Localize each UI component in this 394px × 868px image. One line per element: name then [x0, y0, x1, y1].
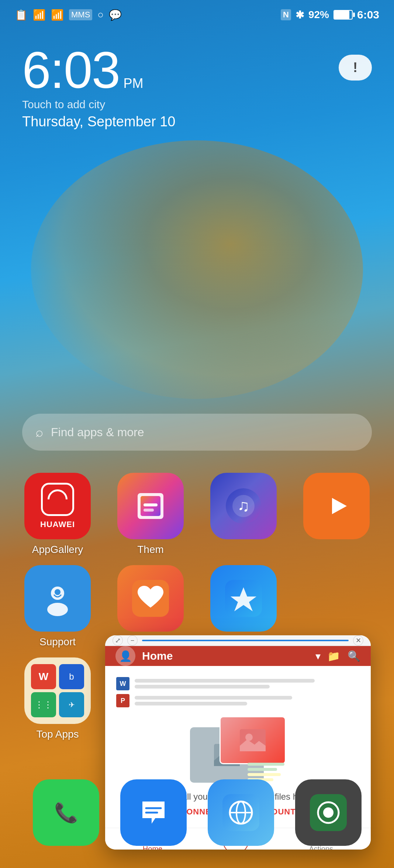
float-file-word: W	[116, 677, 360, 690]
search-input[interactable]	[51, 426, 359, 439]
clock-time-display: 6:03 PM	[22, 44, 175, 96]
app-topapps[interactable]: W b ⋮⋮ ✈ Top Apps	[15, 657, 100, 740]
svg-point-11	[47, 603, 68, 616]
sim-icon: 📋	[15, 9, 28, 21]
status-bar: 📋 📶 📶 MMS ○ 💬 N ✱ 92% 6:03	[0, 0, 394, 30]
float-titlebar: ⤢ − ✕	[105, 635, 371, 646]
signal-icon: 📶	[51, 9, 64, 21]
topapps-icon: W b ⋮⋮ ✈	[24, 657, 91, 724]
app-optimizer[interactable]	[201, 565, 286, 636]
search-bar[interactable]: ⌕	[22, 414, 372, 451]
status-left-icons: 📋 📶 📶 MMS ○ 💬	[15, 9, 122, 21]
float-file-list: W P	[116, 677, 360, 707]
last-icon	[295, 779, 362, 846]
svg-rect-2	[144, 503, 158, 506]
float-header-title: Home	[142, 650, 309, 662]
clock-area[interactable]: 6:03 PM Touch to add city Thursday, Sept…	[22, 44, 175, 130]
float-search-icon[interactable]: 🔍	[348, 650, 360, 662]
music-icon: ♫	[210, 473, 277, 539]
float-dropdown-icon[interactable]: ▾	[315, 650, 321, 662]
app-themes[interactable]: Them	[108, 473, 193, 556]
message-icon: 💬	[109, 9, 122, 21]
infuse-icon	[303, 473, 370, 539]
app-appgallery[interactable]: HUAWEI AppGallery	[15, 473, 100, 556]
themes-label: Them	[137, 544, 164, 556]
clock-date: Thursday, September 10	[22, 114, 175, 130]
weather-widget[interactable]	[339, 55, 372, 81]
nfc-icon: N	[281, 9, 291, 20]
battery-icon	[333, 10, 353, 20]
messages-icon	[120, 779, 187, 846]
mms-icon: MMS	[69, 9, 92, 20]
phone-icon: 📞	[33, 779, 99, 846]
float-word-lines	[135, 679, 360, 688]
clock-status: 6:03	[357, 8, 379, 21]
search-icon: ⌕	[35, 424, 44, 440]
svg-point-12	[55, 589, 61, 595]
app-messages[interactable]	[111, 779, 196, 846]
float-ppt-lines	[135, 696, 360, 705]
app-phone[interactable]: 📞	[24, 779, 108, 846]
float-restore-btn[interactable]: ⤢	[113, 635, 123, 646]
support-icon	[24, 565, 91, 632]
float-folder-icon[interactable]: 📁	[327, 650, 340, 662]
svg-point-29	[323, 807, 333, 818]
float-header-icons: 📁 🔍	[327, 650, 360, 662]
app-browser[interactable]	[198, 779, 283, 846]
float-close-btn[interactable]: ✕	[353, 635, 363, 646]
float-word-icon: W	[116, 677, 129, 690]
clock-subtitle: Touch to add city	[22, 98, 175, 111]
float-titlebar-bar	[142, 640, 349, 641]
bluetooth-icon: ✱	[296, 9, 304, 21]
support-label: Support	[39, 636, 76, 648]
browser-icon	[208, 779, 274, 846]
topapps-label: Top Apps	[36, 728, 79, 740]
empty-icon	[303, 565, 370, 632]
float-ppt-icon: P	[116, 694, 129, 707]
dock: 📞	[22, 772, 372, 853]
battery-percent: 92%	[308, 9, 329, 21]
float-avatar: 👤	[115, 646, 135, 666]
app-last[interactable]	[286, 779, 371, 846]
float-file-ppt: P	[116, 694, 360, 707]
app-empty-slot	[294, 565, 379, 632]
clock-ampm: PM	[123, 76, 143, 91]
wifi-icon: 📶	[33, 9, 46, 21]
svg-point-19	[245, 734, 253, 741]
app-support[interactable]: Support	[15, 565, 100, 648]
float-header: 👤 Home ▾ 📁 🔍	[105, 646, 371, 666]
health-icon	[117, 565, 184, 632]
appgallery-label: AppGallery	[32, 544, 83, 556]
optimizer-icon	[210, 565, 277, 632]
app-infuse[interactable]	[294, 473, 379, 544]
clock-time: 6:03	[22, 44, 120, 96]
themes-icon	[117, 473, 184, 539]
status-right-icons: N ✱ 92% 6:03	[281, 8, 379, 21]
svg-rect-3	[144, 509, 154, 512]
svg-text:♫: ♫	[238, 496, 250, 515]
float-img-front	[220, 716, 286, 764]
svg-text:📞: 📞	[54, 801, 78, 824]
antenna-icon: ○	[97, 9, 104, 21]
float-min-btn[interactable]: −	[127, 635, 138, 646]
appgallery-icon: HUAWEI	[24, 473, 91, 539]
app-music[interactable]: ♫	[201, 473, 286, 544]
app-row-1: HUAWEI AppGallery Them ♫	[0, 473, 394, 556]
